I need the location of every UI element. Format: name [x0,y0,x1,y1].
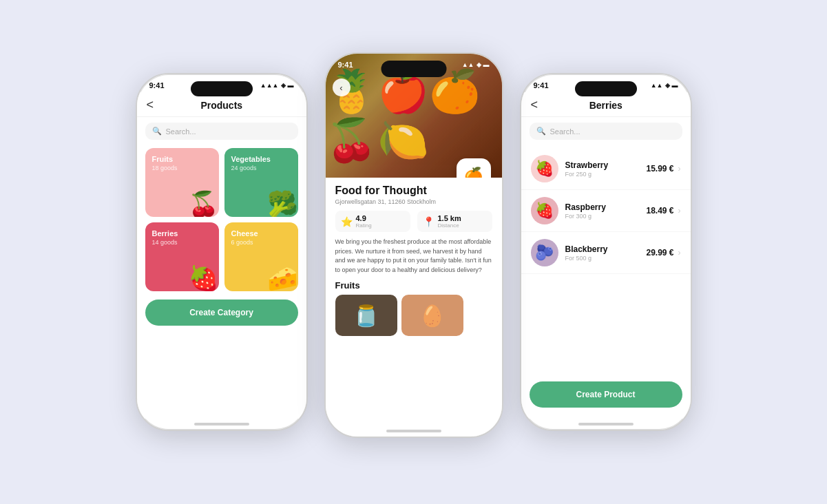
strawberry-chevron: › [678,164,681,174]
phone-products: 9:41 ▲▲▲ ◈ ▬ < Products 🔍 Search... [136,73,308,431]
cat-fruits-count: 18 goods [152,165,212,171]
blackberry-info: Blackberry For 500 g [565,244,647,262]
categories-grid: Fruits 18 goods 🍒 Vegetables 24 goods 🥦 [137,145,306,294]
dynamic-island-1 [191,81,253,96]
strawberry-info: Strawberry For 250 g [565,160,647,178]
store-logo-emoji: 🍊 [464,167,483,178]
fruits-section-title: Fruits [335,280,492,291]
phone-berries: 9:41 ▲▲ ◈ ▬ < Berries 🔍 Search... � [520,73,692,431]
cat-cheese-count: 6 goods [231,239,291,246]
back-button-3[interactable]: < [531,98,538,112]
create-product-button[interactable]: Create Product [530,381,682,408]
fruit-thumb-2[interactable]: 🥚 [401,295,463,336]
cheese-emoji: 🧀 [267,266,298,291]
strawberry-weight: For 250 g [565,171,647,178]
distance-label: Distance [438,222,461,229]
product-list: 🍓 Strawberry For 250 g 15.99 € › 🍓 Raspb… [521,145,691,277]
product-raspberry[interactable]: 🍓 Raspberry For 300 g 18.49 € › [521,190,691,232]
product-blackberry[interactable]: 🫐 Blackberry For 500 g 29.99 € › [521,232,691,274]
search-placeholder-3: Search... [550,127,580,136]
rating-info: 4.9 Rating [356,214,372,229]
battery-icon-1: ▬ [288,82,294,89]
home-indicator-1 [194,423,249,426]
rating-value: 4.9 [356,214,372,222]
product-strawberry[interactable]: 🍓 Strawberry For 250 g 15.99 € › [521,148,691,190]
rating-icon: ⭐ [341,216,353,227]
raspberry-info: Raspberry For 300 g [565,202,647,220]
signal-icon-2: ▲▲ [462,61,474,68]
phones-container: 9:41 ▲▲▲ ◈ ▬ < Products 🔍 Search... [136,59,692,445]
wifi-icon-1: ◈ [281,82,286,89]
blackberry-chevron: › [678,248,681,258]
raspberry-avatar: 🍓 [531,197,558,224]
store-name: Food for Thought [335,185,492,197]
products-title: Products [159,100,284,111]
status-icons-1: ▲▲▲ ◈ ▬ [260,82,294,89]
status-time-3: 9:41 [534,81,549,90]
veg-emoji: 🥦 [267,192,298,217]
strawberry-avatar: 🍓 [531,155,558,182]
fruit-thumb-1[interactable]: 🫙 [335,295,397,336]
cat-veg-image: 🥦 [243,172,298,217]
store-back-button[interactable]: ‹ [333,78,350,96]
status-time-2: 9:41 [338,61,353,69]
screen-store: 🍍🍎🍊🍒🍋 ‹ 🍊 Food for Thought Gjorwellsgata… [326,54,502,437]
wifi-icon-3: ◈ [665,82,670,89]
store-logo: 🍊 [457,158,491,178]
category-vegetables[interactable]: Vegetables 24 goods 🥦 [224,148,298,217]
cat-veg-label: Vegetables [231,155,291,163]
store-stats: ⭐ 4.9 Rating 📍 1.5 km Distance [335,211,492,232]
strawberry-name: Strawberry [565,160,647,170]
category-cheese[interactable]: Cheese 6 goods 🧀 [224,222,298,291]
cat-fruits-label: Fruits [152,155,212,163]
battery-icon-3: ▬ [672,82,678,89]
search-icon-3: 🔍 [536,127,546,136]
status-time-1: 9:41 [149,81,165,90]
status-icons-2: ▲▲ ◈ ▬ [462,61,490,68]
screen-berries: < Berries 🔍 Search... 🍓 Strawberry For 2… [521,92,691,419]
store-description: We bring you the freshest produce at the… [335,238,492,275]
cat-fruits-image: 🍒 [164,172,219,217]
wifi-icon-2: ◈ [477,61,481,68]
distance-value: 1.5 km [438,214,461,222]
blackberry-avatar: 🫐 [531,239,558,266]
store-content: Food for Thought Gjorwellsgatan 31, 1126… [326,178,502,340]
signal-icon-1: ▲▲▲ [260,82,279,89]
blackberry-weight: For 500 g [565,255,647,262]
rating-label: Rating [356,222,372,229]
berries-search[interactable]: 🔍 Search... [530,123,682,140]
search-placeholder-1: Search... [166,127,196,136]
raspberry-chevron: › [678,206,681,216]
category-fruits[interactable]: Fruits 18 goods 🍒 [145,148,219,217]
fruits-emoji: 🍒 [188,192,219,217]
distance-stat: 📍 1.5 km Distance [417,211,492,232]
back-button-1[interactable]: < [147,98,154,112]
raspberry-name: Raspberry [565,202,647,212]
raspberry-price: 18.49 € [646,206,673,216]
cat-veg-count: 24 goods [231,165,291,171]
create-category-button[interactable]: Create Category [145,300,298,326]
cat-cheese-label: Cheese [231,229,291,238]
store-address: Gjorwellsgatan 31, 11260 Stockholm [335,198,492,205]
rating-stat: ⭐ 4.9 Rating [335,211,410,232]
berries-emoji: 🍓 [188,266,219,291]
raspberry-weight: For 300 g [565,213,647,220]
signal-icon-3: ▲▲ [651,82,663,89]
cat-cheese-image: 🧀 [243,246,298,291]
search-icon-1: 🔍 [152,127,162,136]
phone-store: 9:41 ▲▲ ◈ ▬ 🍍🍎🍊🍒🍋 ‹ 🍊 Food for Thought G… [324,52,503,438]
status-bar-2: 9:41 ▲▲ ◈ ▬ [326,54,502,72]
fruits-thumbnails: 🫙 🥚 [335,295,492,336]
cat-berries-image: 🍓 [164,246,219,291]
screen-products: < Products 🔍 Search... Fruits 18 goods 🍒 [137,92,306,419]
distance-info: 1.5 km Distance [438,214,461,229]
products-search[interactable]: 🔍 Search... [145,123,298,140]
berries-title: Berries [543,100,668,111]
blackberry-price: 29.99 € [646,248,673,258]
distance-icon: 📍 [423,216,435,227]
home-indicator-2 [386,430,441,432]
category-berries[interactable]: Berries 14 goods 🍓 [145,222,219,291]
cat-berries-label: Berries [152,229,212,238]
strawberry-price: 15.99 € [646,164,673,174]
home-indicator-3 [578,423,634,426]
